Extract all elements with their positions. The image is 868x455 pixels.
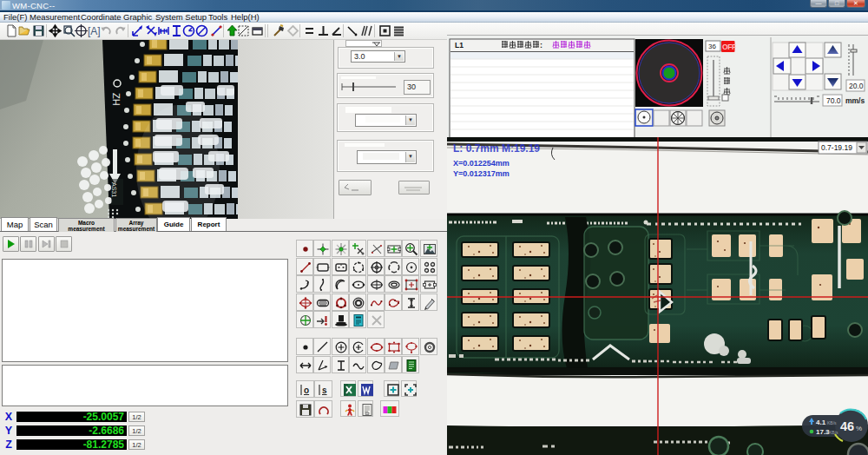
svg-text:o: o (304, 386, 309, 395)
svg-text:20.0: 20.0 (849, 82, 864, 90)
svg-text:[A]: [A] (88, 25, 101, 37)
svg-text:ZH: ZH (111, 93, 122, 106)
svg-text:mm/s: mm/s (845, 96, 865, 105)
svg-text:4.1: 4.1 (816, 419, 826, 426)
svg-text:X=0.012254mm: X=0.012254mm (453, 159, 510, 168)
svg-text:46: 46 (840, 419, 854, 433)
svg-text:s: s (322, 386, 327, 395)
svg-text:36: 36 (708, 43, 716, 50)
svg-text:KB/s: KB/s (829, 430, 838, 435)
svg-text:L: 0.7mm M:19.19: L: 0.7mm M:19.19 (453, 142, 540, 155)
svg-text:70.0: 70.0 (826, 96, 841, 105)
svg-text:OFF: OFF (722, 43, 736, 51)
svg-text:AS31: AS31 (111, 182, 117, 197)
svg-text:KB/s: KB/s (827, 420, 837, 425)
svg-text:Y=0.012317mm: Y=0.012317mm (453, 169, 510, 178)
svg-text:L1: L1 (455, 41, 464, 49)
svg-text::: : (540, 41, 542, 49)
svg-text:%: % (856, 425, 862, 432)
svg-text:0.7-19.19: 0.7-19.19 (821, 143, 852, 152)
svg-text:17.3: 17.3 (816, 428, 830, 436)
svg-text:H: H (160, 27, 166, 36)
